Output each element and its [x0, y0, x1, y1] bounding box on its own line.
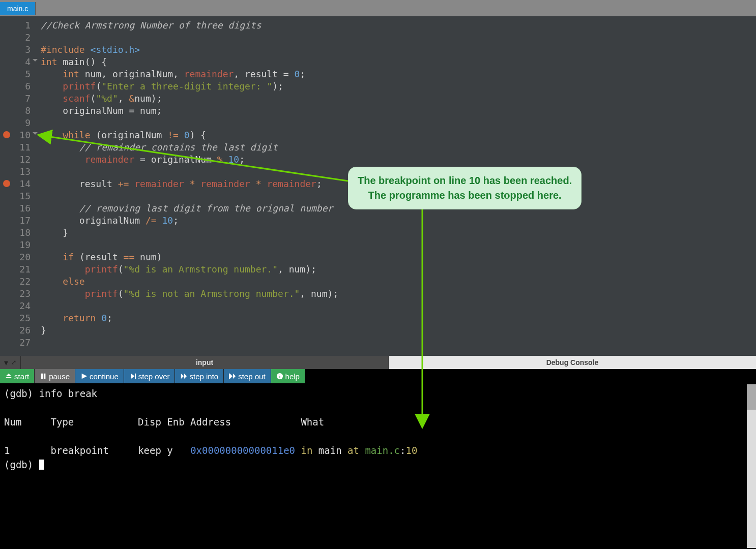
gutter-line[interactable]: 20 — [0, 251, 36, 263]
console-header: Num Type Disp Enb Address What — [4, 416, 324, 428]
debug-toolbar: start pause continue step over step into… — [0, 369, 756, 383]
tab-input[interactable]: input — [20, 356, 388, 369]
code-line[interactable] — [41, 239, 756, 251]
gutter-line[interactable]: 17 — [0, 215, 36, 227]
gutter-line[interactable]: 13 — [0, 166, 36, 178]
expand-icon[interactable]: ⤢ — [11, 359, 16, 366]
start-button[interactable]: start — [0, 369, 35, 383]
gutter-line[interactable]: 5 — [0, 68, 36, 80]
info-icon: i — [276, 373, 283, 380]
gutter-line[interactable]: 11 — [0, 141, 36, 154]
step-out-button[interactable]: step out — [224, 369, 271, 383]
play-icon — [80, 373, 88, 380]
annotation-line2: The programme has been stopped here. — [358, 188, 572, 203]
gdb-prompt: (gdb) — [4, 388, 33, 399]
pause-icon — [40, 373, 47, 380]
annotation-callout: The breakpoint on line 10 has been reach… — [348, 167, 581, 209]
breakpoint-address: 0x00000000000011e0 — [190, 445, 295, 456]
gutter-line[interactable]: 6 — [0, 80, 36, 93]
gutter-line[interactable]: 23 — [0, 288, 36, 300]
gutter-line[interactable]: 22 — [0, 276, 36, 288]
line-gutter[interactable]: 1234567891011121314151617181920212223242… — [0, 16, 36, 356]
svg-text:i: i — [279, 374, 280, 379]
code-line[interactable]: } — [41, 227, 756, 239]
tab-label: main.c — [7, 5, 28, 13]
gutter-line[interactable]: 16 — [0, 202, 36, 215]
gutter-line[interactable]: 3 — [0, 44, 36, 56]
gutter-line[interactable]: 24 — [0, 300, 36, 312]
code-line[interactable]: remainder = originalNum % 10; — [41, 154, 756, 166]
eject-icon — [5, 373, 12, 380]
code-line[interactable]: } — [41, 324, 756, 337]
gutter-line[interactable]: 15 — [0, 190, 36, 202]
code-line[interactable]: while (originalNum != 0) { — [41, 129, 756, 141]
gutter-line[interactable]: 4 — [0, 56, 36, 68]
code-line[interactable] — [41, 300, 756, 312]
annotation-line1: The breakpoint on line 10 has been reach… — [358, 173, 572, 188]
code-line[interactable]: scanf("%d", &num); — [41, 93, 756, 105]
console-scrollbar[interactable] — [747, 384, 756, 548]
breakpoint-icon[interactable] — [3, 131, 10, 138]
scrollbar-thumb[interactable] — [747, 384, 756, 410]
code-line[interactable]: #include <stdio.h> — [41, 44, 756, 56]
tab-debug-console[interactable]: Debug Console — [388, 356, 756, 369]
tab-bar: main.c — [0, 2, 756, 15]
gutter-line[interactable]: 1 — [0, 19, 36, 32]
code-line[interactable] — [41, 117, 756, 129]
breakpoint-file: main.c — [365, 445, 400, 456]
gutter-line[interactable]: 14 — [0, 178, 36, 190]
breakpoint-line: 10 — [405, 445, 417, 456]
gutter-line[interactable]: 7 — [0, 93, 36, 105]
gdb-prompt: (gdb) — [4, 459, 33, 470]
code-line[interactable]: int main() { — [41, 56, 756, 68]
chevron-down-icon[interactable]: ▾ — [4, 358, 8, 368]
code-line[interactable]: // remainder contains the last digit — [41, 141, 756, 154]
debug-console-output[interactable]: (gdb) info break Num Type Disp Enb Addre… — [0, 383, 756, 549]
cursor — [39, 460, 44, 470]
code-line[interactable]: printf("%d is not an Armstrong number.",… — [41, 288, 756, 300]
pause-button[interactable]: pause — [35, 369, 75, 383]
gutter-line[interactable]: 21 — [0, 263, 36, 276]
breakpoint-icon[interactable] — [3, 180, 10, 187]
gutter-line[interactable]: 25 — [0, 312, 36, 324]
gutter-line[interactable]: 10 — [0, 129, 36, 141]
code-line[interactable]: originalNum /= 10; — [41, 215, 756, 227]
continue-button[interactable]: continue — [75, 369, 124, 383]
gdb-command: info break — [39, 388, 97, 399]
code-line[interactable]: printf("Enter a three-digit integer: "); — [41, 80, 756, 93]
gutter-line[interactable]: 12 — [0, 154, 36, 166]
code-line[interactable]: return 0; — [41, 312, 756, 324]
step-over-icon — [129, 373, 136, 380]
gutter-line[interactable]: 26 — [0, 324, 36, 337]
step-into-icon — [180, 373, 187, 380]
step-over-button[interactable]: step over — [124, 369, 176, 383]
code-line[interactable] — [41, 32, 756, 44]
gutter-line[interactable]: 8 — [0, 105, 36, 117]
code-line[interactable]: else — [41, 276, 756, 288]
gutter-line[interactable]: 19 — [0, 239, 36, 251]
step-out-icon — [229, 373, 236, 380]
code-line[interactable]: //Check Armstrong Number of three digits — [41, 19, 756, 32]
file-tab-main-c[interactable]: main.c — [0, 2, 36, 15]
help-button[interactable]: i help — [271, 369, 305, 383]
gutter-line[interactable]: 27 — [0, 337, 36, 349]
gutter-line[interactable]: 18 — [0, 227, 36, 239]
code-line[interactable]: originalNum = num; — [41, 105, 756, 117]
step-into-button[interactable]: step into — [175, 369, 224, 383]
code-line[interactable] — [41, 337, 756, 349]
code-line[interactable]: int num, originalNum, remainder, result … — [41, 68, 756, 80]
code-line[interactable]: printf("%d is an Armstrong number.", num… — [41, 263, 756, 276]
gutter-line[interactable]: 9 — [0, 117, 36, 129]
gutter-line[interactable]: 2 — [0, 32, 36, 44]
bottom-panel-tabs: ▾ ⤢ input Debug Console — [0, 356, 756, 369]
code-line[interactable]: if (result == num) — [41, 251, 756, 263]
